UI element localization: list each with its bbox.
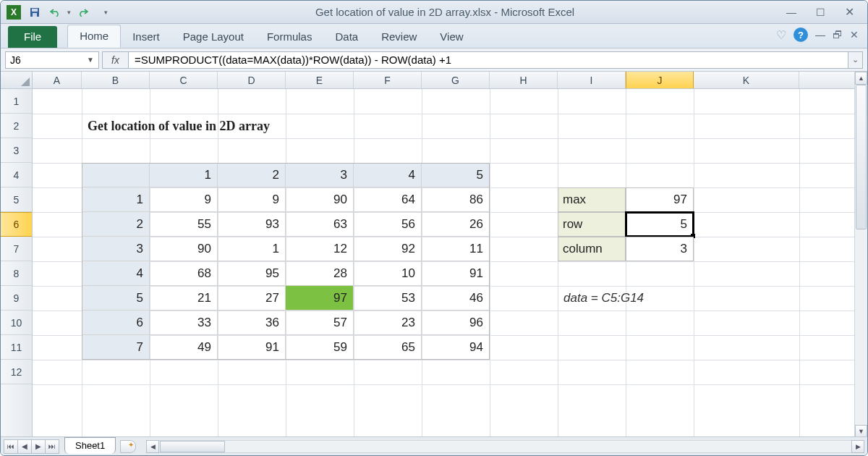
horizontal-scrollbar[interactable]: ◀ ▶ — [146, 440, 864, 453]
column-header-I[interactable]: I — [558, 72, 626, 88]
vertical-scroll-thumb[interactable] — [856, 85, 867, 229]
row-header-5[interactable]: 5 — [1, 187, 32, 212]
tab-page-layout[interactable]: Page Layout — [171, 26, 255, 48]
worksheet-grid[interactable]: ABCDEFGHIJK 123456789101112 Get location… — [1, 72, 867, 438]
summary-label-column: column — [558, 237, 626, 261]
data-cell: 9 — [150, 187, 218, 212]
summary-label-row: row — [558, 212, 626, 237]
help-icon[interactable]: ? — [793, 28, 808, 42]
data-cell: 10 — [354, 261, 422, 286]
column-header-E[interactable]: E — [286, 72, 354, 88]
row-headers: 123456789101112 — [1, 89, 33, 438]
mdi-restore-icon[interactable]: 🗗 — [833, 29, 843, 41]
row-header-8[interactable]: 8 — [1, 261, 32, 286]
data-cell: 49 — [150, 335, 218, 360]
formula-input[interactable] — [128, 51, 848, 69]
data-cell: 55 — [150, 212, 218, 237]
data-cell: 97 — [286, 286, 354, 311]
column-header-A[interactable]: A — [33, 72, 82, 88]
data-cell: 36 — [218, 311, 286, 335]
data-cell: 90 — [286, 187, 354, 212]
column-header-F[interactable]: F — [354, 72, 422, 88]
undo-icon[interactable] — [47, 4, 63, 20]
column-header-J[interactable]: J — [626, 72, 694, 88]
fx-icon[interactable]: fx — [102, 51, 128, 69]
minimize-button[interactable]: — — [782, 6, 801, 19]
row-header-9[interactable]: 9 — [1, 286, 32, 311]
tab-home[interactable]: Home — [67, 25, 121, 48]
table-row-header: 3 — [82, 237, 150, 261]
row-header-10[interactable]: 10 — [1, 311, 32, 335]
row-header-6[interactable]: 6 — [1, 212, 32, 237]
prev-sheet-button[interactable]: ◀ — [17, 439, 32, 454]
name-box[interactable]: J6 ▼ — [5, 51, 99, 69]
scroll-up-button[interactable]: ▲ — [855, 72, 867, 85]
row-header-11[interactable]: 11 — [1, 335, 32, 360]
column-header-H[interactable]: H — [490, 72, 558, 88]
tab-insert[interactable]: Insert — [121, 26, 171, 48]
vertical-scrollbar[interactable]: ▲ ▼ — [854, 72, 867, 438]
column-header-B[interactable]: B — [82, 72, 150, 88]
summary-value-max: 97 — [626, 187, 694, 212]
table-row-header: 2 — [82, 212, 150, 237]
table-col-header: 5 — [422, 163, 490, 187]
last-sheet-button[interactable]: ⏭ — [45, 439, 59, 454]
scroll-left-button[interactable]: ◀ — [146, 440, 159, 453]
data-cell: 95 — [218, 261, 286, 286]
data-cell: 63 — [286, 212, 354, 237]
minimize-ribbon-icon[interactable]: ♡ — [776, 28, 786, 42]
data-cell: 33 — [150, 311, 218, 335]
data-cell: 46 — [422, 286, 490, 311]
data-cell: 68 — [150, 261, 218, 286]
data-cell: 28 — [286, 261, 354, 286]
column-header-G[interactable]: G — [422, 72, 490, 88]
data-cell: 92 — [354, 237, 422, 261]
data-cell: 1 — [218, 237, 286, 261]
row-header-12[interactable]: 12 — [1, 360, 32, 384]
tab-formulas[interactable]: Formulas — [255, 26, 324, 48]
expand-formula-bar-icon[interactable]: ⌄ — [848, 51, 863, 69]
data-cell: 9 — [218, 187, 286, 212]
data-cell: 94 — [422, 335, 490, 360]
redo-icon[interactable] — [75, 4, 91, 20]
sheet-tab[interactable]: Sheet1 — [64, 437, 116, 454]
mdi-minimize-icon[interactable]: — — [815, 29, 825, 41]
column-headers: ABCDEFGHIJK — [33, 72, 854, 89]
tab-data[interactable]: Data — [323, 26, 370, 48]
data-cell: 65 — [354, 335, 422, 360]
new-sheet-button[interactable] — [120, 440, 136, 453]
tab-review[interactable]: Review — [370, 26, 428, 48]
tab-view[interactable]: View — [428, 26, 475, 48]
row-header-3[interactable]: 3 — [1, 138, 32, 163]
name-box-value: J6 — [10, 54, 21, 66]
save-icon[interactable] — [27, 4, 43, 20]
horizontal-scroll-thumb[interactable] — [160, 441, 225, 452]
column-header-D[interactable]: D — [218, 72, 286, 88]
undo-dropdown-icon[interactable]: ▾ — [67, 9, 71, 16]
data-cell: 57 — [286, 311, 354, 335]
row-header-2[interactable]: 2 — [1, 114, 32, 138]
maximize-button[interactable]: ☐ — [811, 6, 830, 19]
select-all-corner[interactable] — [1, 72, 33, 89]
file-tab[interactable]: File — [8, 26, 57, 48]
data-cell: 11 — [422, 237, 490, 261]
row-header-7[interactable]: 7 — [1, 237, 32, 261]
table-col-header: 4 — [354, 163, 422, 187]
column-header-C[interactable]: C — [150, 72, 218, 88]
close-button[interactable]: ✕ — [840, 6, 859, 19]
scroll-right-button[interactable]: ▶ — [851, 440, 864, 453]
excel-app-icon — [7, 5, 21, 20]
data-cell: 21 — [150, 286, 218, 311]
row-header-4[interactable]: 4 — [1, 163, 32, 187]
mdi-close-icon[interactable]: ✕ — [850, 29, 859, 41]
window-title: Get location of value in 2D array.xlsx -… — [108, 6, 782, 18]
name-box-dropdown-icon[interactable]: ▼ — [87, 56, 94, 64]
quick-access-toolbar: ▾ ▾ — [27, 4, 108, 20]
cells-canvas[interactable]: Get location of value in 2D array1234519… — [33, 89, 854, 438]
table-col-header: 3 — [286, 163, 354, 187]
next-sheet-button[interactable]: ▶ — [31, 439, 46, 454]
table-col-header: 2 — [218, 163, 286, 187]
column-header-K[interactable]: K — [694, 72, 799, 88]
first-sheet-button[interactable]: ⏮ — [4, 439, 18, 454]
row-header-1[interactable]: 1 — [1, 89, 32, 114]
